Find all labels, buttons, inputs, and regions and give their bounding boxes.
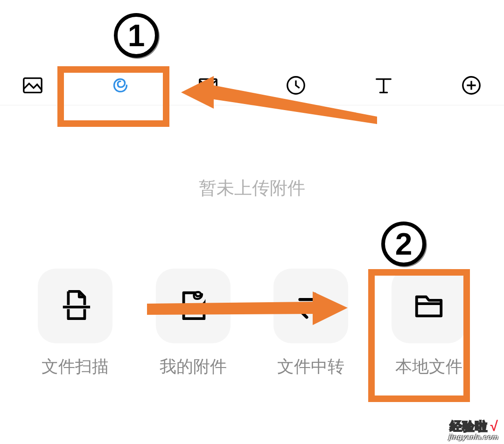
option-my-attachments[interactable]: 我的附件	[151, 269, 235, 378]
scan-file-icon	[59, 289, 91, 323]
attachment-empty-area: 暂未上传附件	[0, 105, 504, 255]
attachment-options-row: 文件扫描 我的附件 文件中转	[0, 255, 504, 378]
watermark: 经验啦 √ jingyanla.com	[448, 419, 498, 440]
attachment-toolbar	[0, 68, 504, 105]
scan-file-icon-box	[38, 269, 112, 343]
option-local-file[interactable]: 本地文件	[387, 269, 471, 378]
plus-circle-icon	[461, 75, 482, 98]
option-label: 文件中转	[277, 355, 344, 378]
toolbar-plus-button[interactable]	[460, 75, 483, 98]
toolbar-image-button[interactable]	[21, 75, 44, 98]
envelope-icon	[197, 75, 219, 98]
watermark-url: jingyanla.com	[448, 433, 498, 440]
option-label: 本地文件	[395, 355, 462, 378]
local-file-icon-box	[392, 269, 466, 343]
toolbar-text-button[interactable]	[372, 75, 395, 98]
toolbar-clock-button[interactable]	[284, 75, 308, 98]
toolbar-envelope-button[interactable]	[196, 75, 220, 98]
option-scan-file[interactable]: 文件扫描	[33, 269, 117, 378]
page-clip-icon	[177, 289, 210, 323]
clock-icon	[285, 75, 307, 98]
watermark-brand: 经验啦	[450, 420, 488, 432]
option-file-transfer[interactable]: 文件中转	[269, 269, 353, 378]
image-icon	[22, 75, 43, 98]
transfer-icon	[294, 289, 327, 323]
attachment-icon	[110, 75, 131, 98]
my-attachments-icon-box	[156, 269, 231, 343]
folder-icon	[413, 289, 445, 323]
text-icon	[373, 75, 394, 98]
header-spacer	[0, 0, 504, 68]
option-label: 文件扫描	[42, 355, 109, 378]
watermark-check-icon: √	[490, 419, 498, 433]
file-transfer-icon-box	[273, 269, 348, 343]
toolbar-attachment-button[interactable]	[109, 75, 132, 98]
option-label: 我的附件	[160, 355, 227, 378]
empty-placeholder-text: 暂未上传附件	[199, 176, 305, 200]
